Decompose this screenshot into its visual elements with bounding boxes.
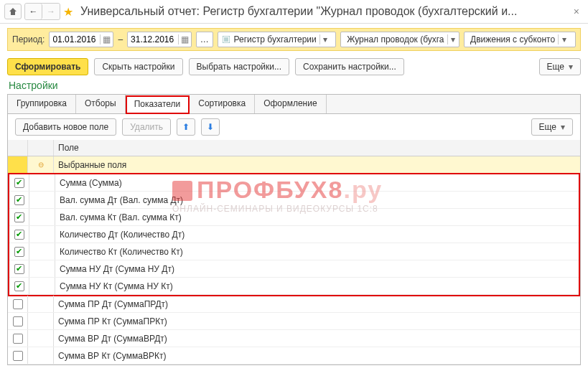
add-field-button[interactable]: Добавить новое поле (15, 118, 116, 136)
date-to-field[interactable]: ▦ (127, 32, 192, 47)
field-row[interactable]: Сумма ПР Кт (СуммаПРКт) (8, 313, 580, 330)
settings-tabs: Группировка Отборы Показатели Сортировка… (7, 94, 581, 114)
field-row[interactable]: ✔ Вал. сумма Дт (Вал. сумма Дт) (9, 192, 579, 209)
date-from-input[interactable] (50, 34, 100, 44)
register-type-combo[interactable]: Регистр бухгалтерии ▾ (218, 32, 337, 47)
checkbox-checked-icon[interactable]: ✔ (14, 230, 24, 240)
tab-sorting[interactable]: Сортировка (190, 95, 255, 113)
field-label: Вал. сумма Дт (Вал. сумма Дт) (55, 195, 579, 205)
chevron-down-icon[interactable]: ▾ (319, 34, 331, 44)
hide-settings-button[interactable]: Скрыть настройки (94, 58, 182, 75)
calendar-icon[interactable]: ▦ (178, 34, 191, 44)
field-label: Сумма НУ Кт (Сумма НУ Кт) (55, 281, 579, 291)
checkbox-checked-icon[interactable]: ✔ (14, 247, 24, 257)
field-row[interactable]: ✔ Количество Кт (Количество Кт) (9, 243, 579, 260)
checkbox-unchecked-icon[interactable] (13, 316, 23, 326)
field-row[interactable]: ✔ Вал. сумма Кт (Вал. сумма Кт) (9, 209, 579, 226)
more-button[interactable]: Еще (539, 58, 581, 75)
grid-header: Поле (8, 140, 580, 156)
calendar-icon[interactable]: ▦ (100, 34, 113, 44)
group-label: Выбранные поля (54, 160, 580, 170)
journal-text: Журнал проводок (бухга (344, 34, 447, 44)
window-title: Универсальный отчет: Регистр бухгалтерии… (80, 5, 566, 18)
move-down-button[interactable]: ⬇ (201, 118, 220, 136)
field-row[interactable]: ✔ Количество Дт (Количество Дт) (9, 226, 579, 243)
period-picker-button[interactable]: … (196, 32, 213, 47)
choose-settings-button[interactable]: Выбрать настройки... (189, 58, 289, 75)
nav-group: ← → (24, 3, 60, 20)
checkbox-checked-icon[interactable]: ✔ (14, 281, 24, 291)
chevron-down-icon[interactable]: ▾ (558, 34, 569, 44)
save-settings-button[interactable]: Сохранить настройки... (295, 58, 404, 75)
field-label: Сумма ВР Дт (СуммаВРДт) (54, 334, 580, 344)
period-label: Период: (12, 34, 45, 44)
back-button[interactable]: ← (25, 4, 42, 19)
run-button[interactable]: Сформировать (7, 58, 88, 75)
register-icon (221, 36, 231, 43)
field-label: Вал. сумма Кт (Вал. сумма Кт) (55, 212, 579, 222)
movements-combo[interactable]: Движения с субконто ▾ (464, 32, 576, 47)
settings-title: Настройки (0, 78, 588, 93)
field-row[interactable]: ✔ Сумма НУ Дт (Сумма НУ Дт) (9, 260, 579, 278)
fields-grid: Поле ⊖ Выбранные поля ✔ Сумма (Сумма) ✔ … (7, 140, 581, 365)
tab-grouping[interactable]: Группировка (8, 95, 76, 113)
titlebar: ← → ★ Универсальный отчет: Регистр бухга… (0, 0, 588, 24)
checkbox-checked-icon[interactable]: ✔ (14, 195, 24, 205)
move-up-button[interactable]: ⬆ (177, 118, 195, 136)
chevron-down-icon[interactable]: ▾ (447, 34, 459, 44)
movements-text: Движения с субконто (467, 34, 558, 44)
field-label: Количество Кт (Количество Кт) (55, 247, 579, 257)
fields-more-button[interactable]: Еще (531, 118, 573, 136)
favorite-icon[interactable]: ★ (63, 5, 73, 19)
journal-combo[interactable]: Журнал проводок (бухга ▾ (340, 32, 459, 47)
date-to-input[interactable] (128, 34, 178, 44)
field-row[interactable]: Сумма ВР Дт (СуммаВРДт) (8, 330, 580, 347)
checkbox-unchecked-icon[interactable] (13, 351, 23, 361)
checkbox-checked-icon[interactable]: ✔ (14, 178, 24, 188)
group-row-selected-fields[interactable]: ⊖ Выбранные поля (8, 156, 580, 174)
close-icon[interactable]: × (569, 6, 584, 17)
checkbox-unchecked-icon[interactable] (13, 299, 23, 309)
field-label: Сумма ПР Кт (СуммаПРКт) (54, 316, 580, 326)
checkbox-checked-icon[interactable]: ✔ (14, 212, 24, 222)
field-row[interactable]: Сумма ПР Дт (СуммаПРДт) (8, 296, 580, 313)
field-label: Сумма ПР Дт (СуммаПРДт) (54, 299, 580, 309)
delete-field-button[interactable]: Удалить (122, 118, 171, 136)
period-dash: – (118, 34, 123, 44)
date-from-field[interactable]: ▦ (49, 32, 113, 47)
tab-filters[interactable]: Отборы (76, 95, 126, 113)
tab-styling[interactable]: Оформление (255, 95, 326, 113)
column-header-field[interactable]: Поле (54, 140, 580, 156)
period-bar: Период: ▦ – ▦ … Регистр бухгалтерии ▾ Жу… (7, 28, 581, 51)
checkbox-checked-icon[interactable]: ✔ (14, 264, 24, 274)
field-label: Сумма (Сумма) (55, 178, 579, 188)
checkbox-unchecked-icon[interactable] (13, 334, 23, 344)
field-row[interactable]: ✔ Сумма НУ Кт (Сумма НУ Кт) (9, 278, 579, 295)
main-toolbar: Сформировать Скрыть настройки Выбрать на… (0, 55, 588, 78)
field-row[interactable]: ✔ Сумма (Сумма) (9, 174, 579, 192)
home-button[interactable] (4, 4, 22, 19)
field-label: Количество Дт (Количество Дт) (55, 230, 579, 240)
field-row[interactable]: Сумма ВР Кт (СуммаВРКт) (8, 347, 580, 364)
register-type-text: Регистр бухгалтерии (231, 34, 319, 44)
forward-button[interactable]: → (42, 4, 60, 19)
collapse-icon[interactable]: ⊖ (38, 161, 44, 169)
tab-indicators[interactable]: Показатели (126, 95, 190, 114)
field-label: Сумма НУ Дт (Сумма НУ Дт) (55, 264, 579, 274)
fields-toolbar: Добавить новое поле Удалить ⬆ ⬇ Еще (7, 114, 581, 140)
field-label: Сумма ВР Кт (СуммаВРКт) (54, 351, 580, 361)
